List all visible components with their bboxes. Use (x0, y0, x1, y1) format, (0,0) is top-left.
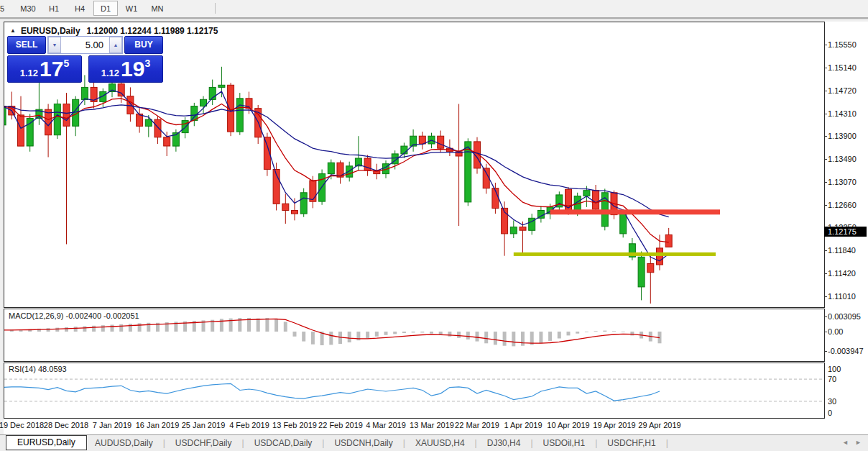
tab-dj30-h4[interactable]: DJ30,H4 (477, 435, 531, 451)
rsi-line (4, 383, 660, 401)
macd-histogram-bar (457, 332, 461, 338)
macd-histogram-bar (74, 327, 78, 332)
trading-platform-window: 5M30H1H4D1W1MN ▲EURUSD,Daily1.12000 1.12… (0, 0, 868, 451)
macd-tick-label: -0.003947 (828, 347, 864, 355)
rsi-tick-label: 70 (828, 375, 836, 383)
macd-histogram-bar (484, 332, 488, 343)
date-label: 22 Feb 2019 (318, 421, 363, 429)
macd-histogram-bar (539, 332, 542, 343)
timeframe-button-h4[interactable]: H4 (68, 1, 92, 16)
price-tick-dash (824, 250, 827, 251)
macd-histogram-bar (448, 332, 451, 337)
timeframe-button-mn[interactable]: MN (145, 1, 170, 16)
date-label: 22 Mar 2019 (455, 421, 499, 429)
rsi-tick-label: 0 (828, 409, 832, 417)
price-tick-dash (824, 273, 827, 274)
chart-collapse-icon[interactable]: ▲ (10, 27, 16, 34)
price-tick-dash (824, 114, 827, 114)
macd-histogram-bar (494, 332, 497, 345)
macd-histogram-bar (630, 332, 634, 335)
date-label: 4 Feb 2019 (229, 421, 269, 429)
buy-button[interactable]: BUY (124, 36, 163, 54)
tab-usdcnh-daily[interactable]: USDCNH,Daily (324, 435, 402, 451)
buy-price-button[interactable]: 1.12 19 3 (88, 55, 163, 83)
price-tick-dash (824, 159, 827, 160)
macd-histogram-bar (265, 318, 269, 332)
price-tick-label: 1.11010 (828, 292, 856, 301)
tab-usdoil-h1[interactable]: USDOil,H1 (533, 435, 596, 451)
macd-label: MACD(12,26,9) (9, 311, 63, 320)
buy-price-prefix: 1.12 (101, 68, 119, 78)
sell-button[interactable]: SELL (7, 36, 46, 54)
volume-stepper: ▼ 5.00 ▲ (47, 36, 123, 54)
tab-usdcad-daily[interactable]: USDCAD,Daily (244, 435, 323, 451)
chart-symbol-title: EURUSD,Daily (21, 26, 80, 36)
macd-histogram-bar (119, 324, 123, 332)
macd-histogram-bar (55, 328, 59, 332)
macd-histogram-bar (402, 332, 406, 333)
chart-ohlc-values: 1.12000 1.12244 1.11989 1.12175 (87, 26, 218, 36)
macd-histogram-bar (375, 332, 379, 337)
date-label: 4 Mar 2019 (366, 421, 406, 429)
timeframe-button-h1[interactable]: H1 (42, 1, 66, 16)
tab-scroll-left-icon[interactable]: ◄ (842, 439, 849, 446)
price-tick-label: 1.15550 (828, 40, 857, 49)
timeframe-toolbar: 5M30H1H4D1W1MN (0, 0, 868, 17)
macd-tick-label: 0.00 (828, 327, 843, 336)
macd-histogram-bar (412, 332, 415, 332)
macd-histogram-bar (257, 319, 260, 332)
macd-histogram-bar (92, 326, 96, 332)
macd-histogram-bar (47, 328, 50, 332)
support-ray (514, 252, 716, 256)
rsi-label: RSI(14) (9, 365, 36, 373)
price-tick-label: 1.15140 (828, 63, 857, 72)
macd-histogram-bar (311, 332, 315, 345)
tab-audusd-daily[interactable]: AUDUSD,Daily (85, 435, 163, 451)
macd-histogram-bar (111, 325, 114, 332)
price-tick-label: 1.12660 (828, 201, 857, 209)
macd-histogram-bar (622, 332, 625, 332)
current-price-marker: 1.12175 (824, 227, 867, 237)
volume-increase-icon[interactable]: ▲ (109, 37, 122, 53)
macd-histogram-bar (585, 332, 588, 332)
date-label: 10 Apr 2019 (547, 421, 589, 429)
macd-histogram-bar (101, 325, 105, 332)
tab-active-symbol[interactable]: EURUSD,Daily (6, 435, 87, 450)
tab-scroll-right-icon[interactable]: ► (855, 439, 862, 446)
sell-price-prefix: 1.12 (20, 68, 38, 78)
price-tick-label: 1.13070 (828, 178, 857, 186)
macd-histogram-bar (576, 332, 579, 334)
date-label: 1 Apr 2019 (504, 421, 542, 429)
date-label: 19 Apr 2019 (593, 421, 635, 429)
macd-histogram-bar (521, 332, 525, 346)
tab-usdchf-daily[interactable]: USDCHF,Daily (165, 435, 242, 451)
macd-histogram-bar (594, 331, 598, 332)
macd-histogram-bar (430, 332, 433, 334)
tab-xauusd-h4[interactable]: XAUUSD,H4 (405, 435, 475, 451)
date-label: 28 Dec 2018 (44, 421, 88, 429)
rsi-chart (4, 363, 824, 418)
macd-histogram-bar (302, 332, 305, 342)
macd-values: -0.002400 -0.002051 (65, 311, 139, 320)
volume-input[interactable]: 5.00 (61, 37, 109, 53)
rsi-label-row: RSI(14) 48.0593 (9, 365, 67, 373)
macd-histogram-bar (567, 332, 571, 335)
timeframe-button-d1[interactable]: D1 (93, 1, 118, 16)
timeframe-button-m30[interactable]: M30 (16, 1, 40, 16)
rsi-pane[interactable] (4, 363, 825, 419)
tab-usdchf-h1[interactable]: USDCHF,H1 (597, 435, 665, 451)
one-click-trading-panel: SELL ▼ 5.00 ▲ BUY 1.12 17 5 1.12 19 3 (7, 36, 163, 83)
rsi-tick-label: 30 (828, 397, 836, 406)
macd-histogram-bar (503, 332, 507, 346)
timeframe-button-w1[interactable]: W1 (119, 1, 144, 16)
macd-histogram-bar (284, 322, 287, 332)
price-tick-label: 1.13900 (828, 132, 857, 140)
moving-average-line (4, 99, 669, 242)
sell-price-button[interactable]: 1.12 17 5 (7, 55, 82, 83)
macd-histogram-bar (348, 332, 351, 342)
timeframe-button-5[interactable]: 5 (0, 1, 14, 16)
volume-decrease-icon[interactable]: ▼ (48, 37, 61, 53)
price-tick-label: 1.11840 (828, 246, 856, 255)
date-label: 7 Jan 2019 (93, 421, 131, 429)
resistance-ray (550, 209, 720, 214)
